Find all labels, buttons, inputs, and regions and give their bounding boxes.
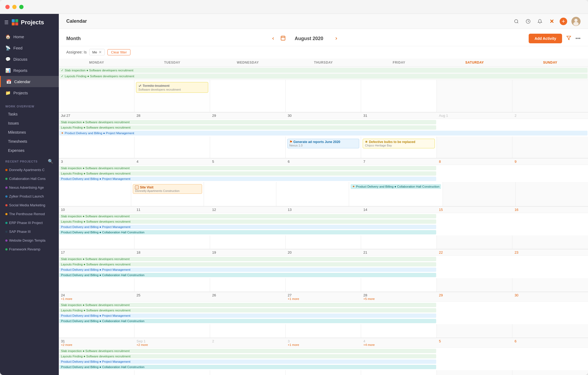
spanning-event[interactable]: Product Delivery and Billing ● Project M…: [59, 177, 436, 181]
day-cell: [437, 235, 512, 249]
day-cell: [210, 235, 286, 249]
filter-icon[interactable]: [566, 36, 571, 42]
filter-value: Me: [92, 50, 97, 54]
spanning-event[interactable]: Product Delivery and Billing ● Collabora…: [59, 319, 436, 323]
svg-rect-3: [12, 19, 15, 22]
day-num-other: Sep 1 +2 more: [134, 338, 210, 347]
menu-icon[interactable]: ☰: [4, 20, 9, 25]
day-num: 29: [210, 113, 286, 119]
maximize-btn[interactable]: [19, 5, 24, 9]
more-link[interactable]: +2 more: [61, 343, 132, 346]
spanning-event-collab[interactable]: ✦ Product Delivery and Billing ● Collabo…: [351, 184, 441, 189]
event-card-site-visit[interactable]: □ Site Visit Donnelly Apartments Constru…: [133, 184, 202, 194]
day-cell: [437, 278, 512, 292]
more-icon[interactable]: •••: [575, 36, 581, 41]
sidebar-item-expenses[interactable]: Expenses: [0, 146, 59, 155]
more-link[interactable]: +1 more: [288, 343, 359, 346]
spanning-event[interactable]: Product Delivery and Billing ● Project M…: [59, 268, 436, 272]
spanning-event[interactable]: Slab inspection ● Software developers re…: [59, 120, 436, 124]
spanning-event[interactable]: Layouts Finding ● Software developers re…: [59, 125, 436, 130]
day-headers: MONDAY TUESDAY WEDNESDAY THURSDAY FRIDAY…: [59, 59, 588, 67]
spanning-event[interactable]: Product Delivery and Billing ● Collabora…: [59, 230, 436, 234]
spanning-event[interactable]: ✦ Product Delivery and Billing ● Project…: [59, 131, 587, 136]
spanning-event[interactable]: Layouts Finding ● Software developers re…: [59, 262, 436, 266]
event-card[interactable]: ⚑ Generate ad reports June 2020 Nexus 1.…: [287, 139, 359, 148]
prev-month-btn[interactable]: [269, 34, 277, 42]
minimize-btn[interactable]: [12, 5, 17, 9]
spanning-event[interactable]: ✓Slab inspection ● Software developers r…: [59, 68, 587, 73]
event-card[interactable]: ☀ Defective bulbs to be replaced Chipco …: [363, 139, 435, 148]
day-num: 31: [361, 113, 437, 119]
spanning-event[interactable]: Slab inspection ● Software developers re…: [59, 166, 436, 170]
svg-point-8: [574, 19, 578, 22]
spanning-event[interactable]: Layouts Finding ● Software developers re…: [59, 219, 436, 224]
sidebar-item-home[interactable]: 🏠 Home: [0, 31, 59, 42]
spanning-event[interactable]: Slab inspection ● Software developers re…: [59, 349, 436, 353]
recent-projects-section: RECENT PROJECTS 🔍: [0, 155, 59, 165]
clear-filter-button[interactable]: Clear filter: [107, 49, 130, 55]
day-num: 4: [134, 158, 210, 165]
spanning-event[interactable]: Product Delivery and Billing ● Collabora…: [59, 273, 436, 277]
day-num: 17: [59, 249, 134, 256]
day-num: 20: [286, 249, 361, 256]
spanning-event[interactable]: Layouts Finding ● Software developers re…: [59, 308, 436, 312]
day-num: 26: [210, 292, 286, 301]
recent-project-item-6[interactable]: ERP Phase III Project: [0, 218, 59, 227]
sidebar-item-timesheets[interactable]: Timesheets: [0, 137, 59, 146]
recent-project-item-5[interactable]: The Penthouse Remod: [0, 210, 59, 218]
more-link[interactable]: +1 more: [61, 297, 132, 300]
day-cell: [134, 370, 210, 375]
sidebar-item-calendar[interactable]: 📅 Calendar: [0, 76, 59, 87]
next-month-btn[interactable]: [332, 34, 340, 42]
filter-tag-close[interactable]: ✕: [99, 50, 102, 54]
day-cell: ✓ Termite treatment Software developers …: [134, 80, 210, 112]
spanning-event[interactable]: Slab inspection ● Software developers re…: [59, 257, 436, 261]
day-cell: [437, 370, 512, 375]
recent-projects-search-icon[interactable]: 🔍: [48, 159, 53, 164]
sidebar-item-feed[interactable]: 📡 Feed: [0, 42, 59, 53]
day-cell: ⚑ Generate ad reports June 2020 Nexus 1.…: [286, 137, 361, 158]
more-link[interactable]: +5 more: [363, 297, 435, 300]
bell-icon[interactable]: [536, 18, 544, 25]
sidebar-item-discuss[interactable]: 💬 Discuss: [0, 53, 59, 65]
clock-icon[interactable]: [524, 18, 532, 25]
add-activity-button[interactable]: Add Activity: [529, 34, 562, 43]
day-num-weekend: 30: [512, 292, 588, 301]
recent-project-item-3[interactable]: Zylker Product Launch: [0, 192, 59, 201]
day-num: 24 +1 more: [59, 292, 134, 301]
event-card[interactable]: ✓ Termite treatment Software developers …: [136, 82, 208, 93]
week-2-day-events: □ Site Visit Donnelly Apartments Constru…: [59, 182, 588, 206]
close-btn[interactable]: [5, 5, 10, 9]
spanning-event[interactable]: Slab inspection ● Software developers re…: [59, 303, 436, 307]
recent-project-item-4[interactable]: Social Media Marketing: [0, 201, 59, 210]
add-icon[interactable]: +: [560, 18, 567, 25]
more-link[interactable]: +4 more: [363, 343, 435, 346]
day-cell: [512, 324, 588, 338]
sidebar-item-milestones[interactable]: Milestones: [0, 128, 59, 137]
spanning-event[interactable]: Product Delivery and Billing ● Project M…: [59, 359, 436, 364]
sidebar-item-issues[interactable]: Issues: [0, 119, 59, 128]
spanning-event[interactable]: ✓Layouts Finding ● Software developers r…: [59, 74, 587, 79]
calendar-header: Month August 2020 Add Activity: [59, 29, 588, 46]
day-num-weekend: 8: [437, 158, 512, 165]
more-link[interactable]: +1 more: [288, 297, 359, 300]
sidebar-item-tasks[interactable]: Tasks: [0, 110, 59, 119]
recent-project-item-0[interactable]: Donnelly Apartments C: [0, 165, 59, 174]
spanning-event[interactable]: Layouts Finding ● Software developers re…: [59, 354, 436, 358]
recent-project-item-2[interactable]: Nexus Advertising Age: [0, 183, 59, 192]
spanning-event[interactable]: Product Delivery and Billing ● Project M…: [59, 314, 436, 318]
avatar[interactable]: [571, 17, 581, 26]
spanning-event[interactable]: Product Delivery and Billing ● Project M…: [59, 225, 436, 229]
spanning-event[interactable]: Layouts Finding ● Software developers re…: [59, 171, 436, 176]
recent-project-item-7[interactable]: SAP Phase III: [0, 227, 59, 236]
sidebar-item-projects[interactable]: 📁 Projects: [0, 87, 59, 98]
spanning-event[interactable]: Product Delivery and Billing ● Collabora…: [59, 365, 436, 369]
recent-project-item-9[interactable]: Framework Revamp: [0, 245, 59, 254]
close-icon[interactable]: ✕: [548, 18, 555, 25]
more-link[interactable]: +2 more: [137, 343, 208, 346]
sidebar-item-reports[interactable]: 📊 Reports: [0, 65, 59, 76]
recent-project-item-1[interactable]: Collaboration Hall Cons: [0, 174, 59, 183]
search-icon[interactable]: [513, 18, 520, 25]
spanning-event[interactable]: Slab inspection ● Software developers re…: [59, 214, 436, 218]
recent-project-item-8[interactable]: Website Design Templa: [0, 236, 59, 245]
